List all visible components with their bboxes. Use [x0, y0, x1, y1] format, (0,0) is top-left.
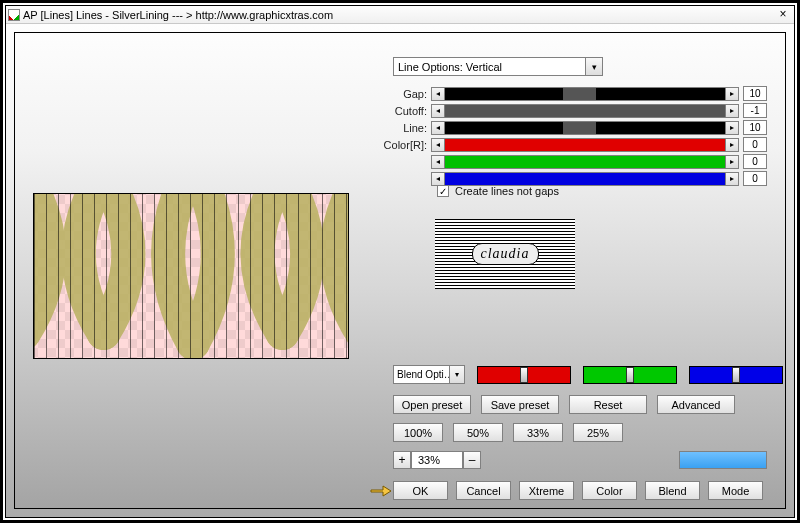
mode-button[interactable]: Mode	[708, 481, 763, 500]
zoom-preset-25[interactable]: 25%	[573, 423, 623, 442]
slider-row-4: ◂▸0	[383, 153, 767, 170]
slider-right-arrow[interactable]: ▸	[725, 138, 739, 152]
dropdown-arrow-icon	[585, 58, 602, 75]
zoom-row: 100%50%33%25%	[393, 423, 623, 442]
color-button[interactable]: Color	[582, 481, 637, 500]
slider-value[interactable]: 0	[743, 171, 767, 186]
slider-label: Cutoff:	[383, 105, 431, 117]
checkbox-label: Create lines not gaps	[455, 185, 559, 197]
slider-track[interactable]	[445, 87, 725, 101]
bottom-button-row: OKCancelXtremeColorBlendMode	[393, 481, 763, 500]
zoom-value[interactable]: 33%	[411, 451, 463, 469]
window-title: AP [Lines] Lines - SilverLining --- > ht…	[23, 9, 333, 21]
preview-canvas	[33, 193, 349, 359]
slider-track[interactable]	[445, 172, 725, 186]
dialog-window: AP [Lines] Lines - SilverLining --- > ht…	[5, 5, 795, 518]
blend-options-value: Blend Opti…	[397, 369, 454, 380]
color-slider-0[interactable]	[477, 366, 571, 384]
color-slider-2[interactable]	[689, 366, 783, 384]
slider-value[interactable]: 0	[743, 154, 767, 169]
slider-row-3: Color[R]:◂▸0	[383, 136, 767, 153]
slider-knob[interactable]	[732, 367, 740, 383]
titlebar[interactable]: AP [Lines] Lines - SilverLining --- > ht…	[6, 6, 794, 24]
slider-track[interactable]	[445, 138, 725, 152]
slider-row-1: Cutoff:◂▸-1	[383, 102, 767, 119]
advanced-button[interactable]: Advanced	[657, 395, 735, 414]
save-preset-button[interactable]: Save preset	[481, 395, 559, 414]
zoom-stepper: + 33% –	[393, 451, 481, 469]
slider-value[interactable]: 0	[743, 137, 767, 152]
slider-right-arrow[interactable]: ▸	[725, 104, 739, 118]
slider-left-arrow[interactable]: ◂	[431, 121, 445, 135]
xtreme-button[interactable]: Xtreme	[519, 481, 574, 500]
slider-right-arrow[interactable]: ▸	[725, 87, 739, 101]
zoom-preset-100[interactable]: 100%	[393, 423, 443, 442]
blend-row: Blend Opti…	[393, 365, 783, 384]
slider-knob[interactable]	[626, 367, 634, 383]
progress-bar	[679, 451, 767, 469]
slider-right-arrow[interactable]: ▸	[725, 155, 739, 169]
outer-frame: AP [Lines] Lines - SilverLining --- > ht…	[0, 0, 800, 523]
slider-left-arrow[interactable]: ◂	[431, 155, 445, 169]
zoom-plus-button[interactable]: +	[393, 451, 411, 469]
slider-track[interactable]	[445, 121, 725, 135]
slider-right-arrow[interactable]: ▸	[725, 121, 739, 135]
zoom-preset-50[interactable]: 50%	[453, 423, 503, 442]
slider-row-0: Gap:◂▸10	[383, 85, 767, 102]
slider-left-arrow[interactable]: ◂	[431, 104, 445, 118]
close-button[interactable]: ×	[774, 7, 792, 22]
open-preset-button[interactable]: Open preset	[393, 395, 471, 414]
slider-value[interactable]: -1	[743, 103, 767, 118]
zoom-preset-33[interactable]: 33%	[513, 423, 563, 442]
ok-button[interactable]: OK	[393, 481, 448, 500]
slider-track[interactable]	[445, 155, 725, 169]
blend-options-dropdown[interactable]: Blend Opti…	[393, 365, 465, 384]
color-slider-1[interactable]	[583, 366, 677, 384]
slider-label: Line:	[383, 122, 431, 134]
preset-row: Open preset Save preset Reset Advanced	[393, 395, 735, 414]
slider-right-arrow[interactable]: ▸	[725, 172, 739, 186]
zoom-minus-button[interactable]: –	[463, 451, 481, 469]
cancel-button[interactable]: Cancel	[456, 481, 511, 500]
slider-label: Color[R]:	[383, 139, 431, 151]
dropdown-arrow-icon	[449, 366, 464, 383]
blend-button[interactable]: Blend	[645, 481, 700, 500]
reset-button[interactable]: Reset	[569, 395, 647, 414]
slider-track[interactable]	[445, 104, 725, 118]
create-lines-checkbox-row[interactable]: ✓ Create lines not gaps	[437, 185, 559, 197]
slider-left-arrow[interactable]: ◂	[431, 172, 445, 186]
claudia-banner: claudia	[435, 219, 575, 289]
slider-knob[interactable]	[520, 367, 528, 383]
slider-left-arrow[interactable]: ◂	[431, 87, 445, 101]
slider-label: Gap:	[383, 88, 431, 100]
slider-value[interactable]: 10	[743, 120, 767, 135]
slider-group: Gap:◂▸10Cutoff:◂▸-1Line:◂▸10Color[R]:◂▸0…	[383, 85, 767, 187]
pointer-hand-icon	[369, 480, 393, 500]
client-area: Line Options: Vertical Gap:◂▸10Cutoff:◂▸…	[6, 24, 794, 517]
slider-left-arrow[interactable]: ◂	[431, 138, 445, 152]
slider-value[interactable]: 10	[743, 86, 767, 101]
banner-label: claudia	[472, 243, 539, 265]
line-options-value: Line Options: Vertical	[398, 61, 502, 73]
checkbox-icon[interactable]: ✓	[437, 185, 449, 197]
inner-panel: Line Options: Vertical Gap:◂▸10Cutoff:◂▸…	[14, 32, 786, 509]
app-icon	[8, 9, 20, 21]
line-options-dropdown[interactable]: Line Options: Vertical	[393, 57, 603, 76]
slider-row-2: Line:◂▸10	[383, 119, 767, 136]
